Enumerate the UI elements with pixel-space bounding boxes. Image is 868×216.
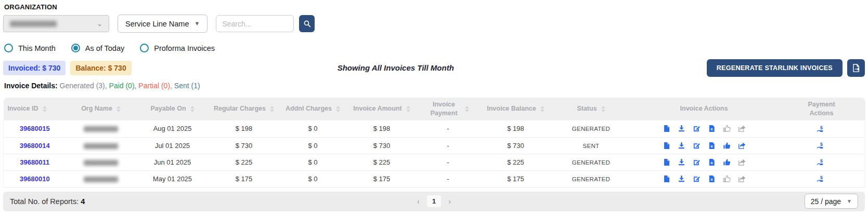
share-invoice-icon[interactable] <box>738 158 746 166</box>
radio-circle <box>71 44 80 52</box>
payable-on-cell: Aug 01 2025 <box>136 120 209 137</box>
total-reports-value: 4 <box>81 197 85 206</box>
previous-page-button[interactable]: ‹ <box>414 196 422 207</box>
radio-label: As of Today <box>85 44 125 52</box>
payment-actions-cell: $ <box>778 141 865 150</box>
addnl-charges-cell: $ 0 <box>279 170 347 187</box>
invoice-id-link[interactable]: 39680015 <box>20 125 50 132</box>
view-invoice-icon[interactable] <box>663 158 670 166</box>
col-header-status[interactable]: Status <box>552 98 630 120</box>
page-size-select[interactable]: 25 / page ▼ <box>805 194 858 209</box>
share-invoice-icon[interactable] <box>738 175 746 183</box>
share-invoice-icon[interactable] <box>738 142 746 150</box>
regular-charges-cell: $ 198 <box>209 120 279 137</box>
view-invoice-icon[interactable] <box>663 125 670 132</box>
search-icon <box>303 19 312 28</box>
sort-icon <box>270 106 274 112</box>
table-footer: Total No. of Reports:4 ‹ 1 › 25 / page ▼ <box>3 192 865 211</box>
radio-proforma-invoices[interactable]: Proforma Invoices <box>140 44 215 52</box>
excel-export-icon[interactable]: x <box>708 175 716 183</box>
svg-text:x: x <box>710 144 713 148</box>
edit-invoice-icon[interactable] <box>693 125 701 132</box>
svg-text:$: $ <box>820 174 823 180</box>
edit-invoice-icon[interactable] <box>693 175 701 183</box>
excel-export-icon[interactable]: x <box>708 142 716 150</box>
table-header-row: Invoice ID Org Name Payable On Regular C… <box>4 98 865 120</box>
edit-invoice-icon[interactable] <box>693 142 701 150</box>
balance-total-badge: Balance: $ 730 <box>70 61 131 75</box>
approve-invoice-thumbs-up-icon[interactable] <box>723 158 731 166</box>
edit-invoice-icon[interactable] <box>693 158 701 166</box>
invoice-payment-cell: - <box>417 170 480 187</box>
regenerate-starlink-invoices-button[interactable]: REGENERATE STARLINK INVOICES <box>707 59 843 77</box>
payment-actions-cell: $ <box>778 125 865 133</box>
org-name-redacted <box>84 177 118 182</box>
col-header-payable-on[interactable]: Payable On <box>136 98 209 120</box>
sort-icon <box>336 106 340 112</box>
status-badge: GENERATED <box>572 126 610 132</box>
invoice-id-link[interactable]: 39680014 <box>20 142 50 150</box>
regular-charges-cell: $ 175 <box>209 170 279 187</box>
record-payment-hand-dollar-icon[interactable]: $ <box>817 158 826 166</box>
table-row: 39680011 Jun 01 2025 $ 225 $ 0 $ 225 - $… <box>4 154 865 170</box>
status-badge: SENT <box>583 143 600 149</box>
sort-icon <box>465 106 469 112</box>
record-payment-hand-dollar-icon[interactable]: $ <box>817 174 826 183</box>
organization-dropdown[interactable]: ⌄ <box>3 15 109 32</box>
col-header-invoice-balance[interactable]: Invoice Balance <box>480 98 552 120</box>
showing-all-invoices-text: Showing All Invoices Till Month <box>338 63 501 72</box>
record-payment-hand-dollar-icon[interactable]: $ <box>817 141 826 150</box>
partial-count: Partial (0), <box>138 82 172 90</box>
search-button[interactable] <box>299 15 315 32</box>
approve-invoice-thumbs-up-icon[interactable] <box>723 125 731 132</box>
excel-export-icon[interactable]: x <box>708 158 716 166</box>
regular-charges-cell: $ 730 <box>209 137 279 154</box>
sort-icon <box>406 106 410 112</box>
invoice-view-radio-group: This Month As of Today Proforma Invoices <box>4 44 865 52</box>
search-input[interactable] <box>216 15 294 32</box>
organization-label: ORGANIZATION <box>4 3 865 11</box>
record-payment-hand-dollar-icon[interactable]: $ <box>817 125 826 133</box>
svg-text:x: x <box>710 127 713 132</box>
radio-circle <box>140 44 149 52</box>
invoices-page: ORGANIZATION ⌄ Service Line Name ▼ This … <box>0 0 868 211</box>
download-invoice-icon[interactable] <box>678 125 685 132</box>
addnl-charges-cell: $ 0 <box>279 154 347 170</box>
approve-invoice-thumbs-up-icon[interactable] <box>723 142 731 150</box>
col-header-invoice-payment[interactable]: Invoice Payment <box>417 98 480 120</box>
invoice-id-link[interactable]: 39680011 <box>20 158 49 166</box>
view-invoice-icon[interactable] <box>663 142 670 150</box>
table-row: 39680014 Jul 01 2025 $ 730 $ 0 $ 730 - $… <box>4 137 865 154</box>
current-page-button[interactable]: 1 <box>427 195 442 207</box>
radio-label: This Month <box>18 44 56 52</box>
col-header-addnl-charges[interactable]: Addnl Charges <box>279 98 347 120</box>
invoice-details-label: Invoice Details: <box>4 82 58 90</box>
approve-invoice-thumbs-up-icon[interactable] <box>723 175 731 183</box>
col-header-invoice-id[interactable]: Invoice ID <box>4 98 66 120</box>
share-invoice-icon[interactable] <box>738 125 746 132</box>
invoiced-total-badge: Invoiced: $ 730 <box>3 61 66 75</box>
radio-as-of-today[interactable]: As of Today <box>71 44 125 52</box>
download-invoice-icon[interactable] <box>678 175 685 183</box>
col-header-invoice-amount[interactable]: Invoice Amount <box>347 98 417 120</box>
download-invoice-icon[interactable] <box>678 142 685 150</box>
org-name-redacted <box>84 143 118 149</box>
radio-label: Proforma Invoices <box>154 44 215 52</box>
payable-on-cell: Jun 01 2025 <box>136 154 209 170</box>
svg-text:x: x <box>710 177 713 182</box>
col-header-org-name[interactable]: Org Name <box>66 98 136 120</box>
col-header-regular-charges[interactable]: Regular Charges <box>209 98 279 120</box>
invoice-payment-cell: - <box>417 154 480 170</box>
sort-icon <box>540 106 545 112</box>
service-line-dropdown-label: Service Line Name <box>125 20 189 28</box>
invoice-balance-cell: $ 225 <box>480 154 552 170</box>
download-invoice-icon[interactable] <box>678 158 685 166</box>
export-report-button[interactable] <box>847 59 865 77</box>
next-page-button[interactable]: › <box>446 196 454 207</box>
view-invoice-icon[interactable] <box>663 175 670 183</box>
excel-export-icon[interactable]: x <box>708 125 716 132</box>
organization-value-redacted <box>10 21 57 27</box>
radio-this-month[interactable]: This Month <box>4 44 56 52</box>
invoice-id-link[interactable]: 39680010 <box>20 175 50 183</box>
service-line-dropdown[interactable]: Service Line Name ▼ <box>118 15 208 33</box>
